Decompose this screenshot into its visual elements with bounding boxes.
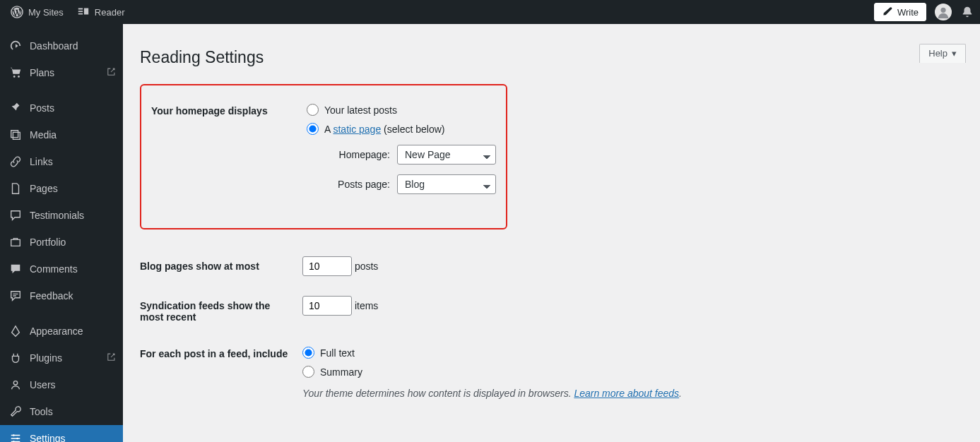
radio-latest-posts[interactable] [307, 104, 319, 116]
sidebar-item-label: Settings [30, 433, 66, 442]
sidebar-item-links[interactable]: Links [0, 148, 123, 175]
sidebar-item-label: Feedback [30, 290, 73, 301]
sidebar-item-label: Media [30, 129, 57, 141]
homepage-displays-section: Your homepage displays Your latest posts… [140, 84, 507, 229]
sidebar-item-label: Portfolio [30, 237, 66, 248]
admin-sidebar: Dashboard Plans Posts Media Links [0, 24, 123, 442]
svg-point-6 [16, 438, 18, 440]
homepage-select[interactable]: New Page [397, 145, 496, 165]
page-title: Reading Settings [140, 48, 966, 67]
sidebar-item-plans[interactable]: Plans [0, 59, 123, 86]
static-page-link[interactable]: static page [333, 124, 381, 135]
help-label: Help [928, 48, 947, 59]
users-icon [8, 378, 23, 392]
svg-point-2 [13, 76, 16, 78]
feed-note-suffix: . [679, 388, 682, 399]
content-area: Help ▾ Reading Settings Your homepage di… [123, 24, 980, 442]
sidebar-item-portfolio[interactable]: Portfolio [0, 229, 123, 256]
learn-more-feeds-link[interactable]: Learn more about feeds [574, 388, 679, 399]
sidebar-item-label: Links [30, 156, 53, 167]
admin-topbar: My Sites Reader Write [0, 0, 980, 24]
blog-pages-input[interactable] [302, 256, 352, 276]
radio-static-page[interactable] [307, 123, 319, 135]
external-link-icon [106, 67, 116, 79]
reader-link[interactable]: Reader [72, 0, 129, 24]
blog-pages-unit: posts [355, 261, 378, 272]
sidebar-item-plugins[interactable]: Plugins [0, 345, 123, 371]
option-full-text-label: Full text [320, 347, 355, 359]
sidebar-item-label: Appearance [30, 325, 83, 337]
cart-icon [8, 66, 23, 80]
my-sites-label: My Sites [28, 7, 64, 18]
write-label: Write [897, 7, 919, 18]
static-suffix: (select below) [381, 124, 444, 135]
svg-point-3 [18, 76, 20, 78]
sidebar-item-tools[interactable]: Tools [0, 398, 123, 425]
option-latest-posts[interactable]: Your latest posts [307, 104, 496, 116]
sidebar-item-label: Posts [30, 102, 54, 114]
sidebar-item-comments[interactable]: Comments [0, 256, 123, 282]
option-full-text[interactable]: Full text [302, 347, 682, 359]
notifications-icon[interactable] [960, 5, 974, 19]
posts-page-select[interactable]: Blog [397, 174, 496, 194]
svg-point-4 [13, 381, 17, 385]
sidebar-item-label: Plugins [30, 352, 62, 364]
homepage-select-label: Homepage: [319, 149, 390, 160]
option-static-page[interactable]: A static page (select below) [307, 123, 496, 135]
radio-full-text[interactable] [302, 347, 314, 359]
feedback-icon [8, 289, 23, 303]
sidebar-item-label: Plans [30, 67, 54, 78]
sidebar-item-users[interactable]: Users [0, 371, 123, 398]
sidebar-item-pages[interactable]: Pages [0, 175, 123, 202]
blog-pages-label: Blog pages show at most [140, 248, 302, 287]
homepage-displays-label: Your homepage displays [151, 92, 307, 215]
testimonial-icon [8, 208, 23, 222]
sidebar-item-label: Testimonials [30, 210, 84, 221]
svg-point-5 [13, 434, 15, 436]
sidebar-item-testimonials[interactable]: Testimonials [0, 202, 123, 229]
external-link-icon [106, 352, 116, 364]
option-summary[interactable]: Summary [302, 366, 682, 378]
sidebar-item-appearance[interactable]: Appearance [0, 318, 123, 345]
reader-label: Reader [95, 7, 125, 18]
feed-include-label: For each post in a feed, include [140, 335, 302, 410]
radio-summary[interactable] [302, 366, 314, 378]
profile-avatar[interactable] [935, 4, 952, 20]
dashboard-icon [8, 39, 23, 53]
reader-icon [76, 5, 90, 19]
my-sites-link[interactable]: My Sites [6, 0, 68, 24]
write-button[interactable]: Write [874, 3, 926, 21]
appearance-icon [8, 324, 23, 338]
page-icon [8, 181, 23, 196]
sidebar-item-posts[interactable]: Posts [0, 95, 123, 121]
media-icon [8, 128, 23, 142]
static-prefix: A [324, 124, 333, 135]
wordpress-icon [10, 5, 24, 19]
sidebar-item-dashboard[interactable]: Dashboard [0, 32, 123, 59]
chevron-down-icon: ▾ [952, 48, 957, 59]
syndication-label: Syndication feeds show the most recent [140, 287, 302, 335]
option-latest-posts-label: Your latest posts [324, 104, 397, 116]
wrench-icon [8, 405, 23, 419]
sidebar-item-feedback[interactable]: Feedback [0, 282, 123, 309]
sidebar-item-media[interactable]: Media [0, 121, 123, 148]
syndication-input[interactable] [302, 296, 352, 316]
pin-icon [8, 101, 23, 115]
sidebar-item-label: Pages [30, 183, 58, 194]
link-icon [8, 155, 23, 169]
help-tab[interactable]: Help ▾ [919, 44, 966, 63]
sidebar-item-label: Comments [30, 263, 78, 275]
sidebar-item-settings[interactable]: Settings [0, 425, 123, 442]
syndication-unit: items [355, 300, 378, 311]
settings-icon [8, 431, 23, 442]
feed-description: Your theme determines how content is dis… [302, 388, 682, 399]
plugin-icon [8, 351, 23, 365]
sidebar-item-label: Users [30, 379, 56, 390]
sidebar-item-label: Tools [30, 406, 53, 417]
comment-icon [8, 262, 23, 276]
edit-icon [882, 6, 893, 19]
option-summary-label: Summary [320, 366, 362, 378]
sidebar-item-label: Dashboard [30, 40, 78, 52]
posts-page-select-label: Posts page: [319, 179, 390, 190]
feed-note-prefix: Your theme determines how content is dis… [302, 388, 574, 399]
